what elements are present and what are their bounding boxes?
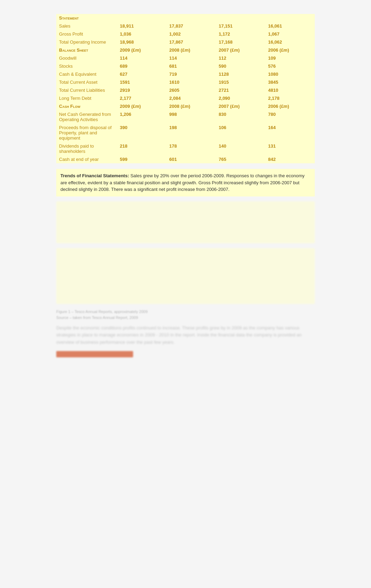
net-cash-operating-2006: 780 (265, 110, 315, 124)
stocks-row: Stocks 689 681 590 576 (56, 62, 315, 70)
stocks-label: Stocks (56, 62, 117, 70)
total-current-asset-2009: 1591 (117, 78, 166, 86)
total-current-asset-row: Total Current Asset 1591 1610 1915 3845 (56, 78, 315, 86)
blurred-block-2 (56, 248, 315, 304)
proceeds-disposal-label: Proceeds from disposal of Property, plan… (56, 124, 117, 142)
sales-2009: 18,911 (117, 22, 166, 30)
goodwill-label: Goodwill (56, 54, 117, 62)
net-cash-operating-2008: 998 (167, 110, 216, 124)
cash-end-year-2007: 765 (216, 155, 265, 163)
cash-end-year-label: Cash at end of year (56, 155, 117, 163)
page: Statement Sales 18,911 17,837 17,151 16,… (49, 0, 322, 378)
dividends-paid-2007: 140 (216, 142, 265, 155)
goodwill-row: Goodwill 114 114 112 109 (56, 54, 315, 62)
sales-2008: 17,837 (167, 22, 216, 30)
bs-year-2006: 2006 (£m) (265, 46, 315, 54)
gross-profit-2009: 1,036 (117, 30, 166, 38)
dividends-paid-2009: 218 (117, 142, 166, 155)
cf-year-2006: 2006 (£m) (265, 102, 315, 110)
blurred-paragraph: Despite the economic conditions profits … (56, 325, 315, 346)
total-operating-income-row: Total Operating Income 18,968 17,867 17,… (56, 38, 315, 46)
total-current-asset-label: Total Current Asset (56, 78, 117, 86)
total-current-liabilities-row: Total Current Liabilities 2919 2605 2721… (56, 86, 315, 94)
blurred-footer-bar (56, 351, 133, 357)
cf-year-2009: 2009 (£m) (117, 102, 166, 110)
long-term-debt-2006: 2,178 (265, 94, 315, 102)
long-term-debt-2008: 2,084 (167, 94, 216, 102)
balance-sheet-header-row: Balance Sheet 2009 (£m) 2008 (£m) 2007 (… (56, 46, 315, 54)
net-cash-operating-2007: 830 (216, 110, 265, 124)
total-current-asset-2008: 1610 (167, 78, 216, 86)
net-cash-operating-2009: 1,206 (117, 110, 166, 124)
total-operating-income-2007: 17,168 (216, 38, 265, 46)
total-current-asset-2006: 3845 (265, 78, 315, 86)
gross-profit-2008: 1,002 (167, 30, 216, 38)
cash-end-year-2009: 599 (117, 155, 166, 163)
stocks-2007: 590 (216, 62, 265, 70)
total-operating-income-label: Total Operating Income (56, 38, 117, 46)
cash-equivalent-2009: 627 (117, 70, 166, 78)
gross-profit-row: Gross Profit 1,036 1,002 1,172 1,067 (56, 30, 315, 38)
stocks-2008: 681 (167, 62, 216, 70)
trends-section: Trends of Financial Statements: Sales gr… (56, 169, 315, 196)
stocks-2009: 689 (117, 62, 166, 70)
sales-label: Sales (56, 22, 117, 30)
trends-label: Trends of Financial Statements: (60, 173, 129, 178)
cash-equivalent-row: Cash & Equivalent 627 719 1128 1080 (56, 70, 315, 78)
total-operating-income-2009: 18,968 (117, 38, 166, 46)
proceeds-disposal-2007: 106 (216, 124, 265, 142)
gross-profit-2007: 1,172 (216, 30, 265, 38)
balance-sheet-header: Balance Sheet (59, 47, 88, 53)
financial-table: Statement Sales 18,911 17,837 17,151 16,… (56, 14, 315, 163)
proceeds-disposal-2009: 390 (117, 124, 166, 142)
dividends-paid-2008: 178 (167, 142, 216, 155)
cash-flow-header: Cash Flow (59, 104, 80, 109)
total-operating-income-2006: 16,062 (265, 38, 315, 46)
proceeds-disposal-row: Proceeds from disposal of Property, plan… (56, 124, 315, 142)
sales-row: Sales 18,911 17,837 17,151 16,061 (56, 22, 315, 30)
cash-end-year-row: Cash at end of year 599 601 765 842 (56, 155, 315, 163)
dividends-paid-row: Dividends paid to shareholders 218 178 1… (56, 142, 315, 155)
goodwill-2008: 114 (167, 54, 216, 62)
sales-2007: 17,151 (216, 22, 265, 30)
total-current-asset-2007: 1915 (216, 78, 265, 86)
long-term-debt-label: Long Term Debt (56, 94, 117, 102)
blurred-source-lines: Figure 1 – Tesco Annual Reports, approxi… (56, 309, 315, 321)
bs-year-2008: 2008 (£m) (167, 46, 216, 54)
cash-equivalent-label: Cash & Equivalent (56, 70, 117, 78)
gross-profit-2006: 1,067 (265, 30, 315, 38)
net-cash-operating-label: Net Cash Generated from Operating Activi… (56, 110, 117, 124)
net-cash-operating-row: Net Cash Generated from Operating Activi… (56, 110, 315, 124)
total-current-liabilities-2006: 4810 (265, 86, 315, 94)
bs-year-2009: 2009 (£m) (117, 46, 166, 54)
cash-end-year-2008: 601 (167, 155, 216, 163)
gross-profit-label: Gross Profit (56, 30, 117, 38)
goodwill-2007: 112 (216, 54, 265, 62)
goodwill-2006: 109 (265, 54, 315, 62)
stocks-2006: 576 (265, 62, 315, 70)
goodwill-2009: 114 (117, 54, 166, 62)
cash-equivalent-2006: 1080 (265, 70, 315, 78)
total-current-liabilities-2008: 2605 (167, 86, 216, 94)
income-statement-header-row: Statement (56, 14, 315, 22)
total-current-liabilities-label: Total Current Liabilities (56, 86, 117, 94)
sales-2006: 16,061 (265, 22, 315, 30)
cash-equivalent-2007: 1128 (216, 70, 265, 78)
cash-equivalent-2008: 719 (167, 70, 216, 78)
long-term-debt-2007: 2,090 (216, 94, 265, 102)
long-term-debt-2009: 2,177 (117, 94, 166, 102)
blurred-block-1 (56, 201, 315, 243)
dividends-paid-2006: 131 (265, 142, 315, 155)
cf-year-2008: 2008 (£m) (167, 102, 216, 110)
total-current-liabilities-2009: 2919 (117, 86, 166, 94)
cash-end-year-2006: 842 (265, 155, 315, 163)
income-statement-header: Statement (59, 15, 79, 21)
proceeds-disposal-2006: 164 (265, 124, 315, 142)
long-term-debt-row: Long Term Debt 2,177 2,084 2,090 2,178 (56, 94, 315, 102)
total-current-liabilities-2007: 2721 (216, 86, 265, 94)
bs-year-2007: 2007 (£m) (216, 46, 265, 54)
total-operating-income-2008: 17,867 (167, 38, 216, 46)
proceeds-disposal-2008: 198 (167, 124, 216, 142)
cf-year-2007: 2007 (£m) (216, 102, 265, 110)
cash-flow-header-row: Cash Flow 2009 (£m) 2008 (£m) 2007 (£m) … (56, 102, 315, 110)
